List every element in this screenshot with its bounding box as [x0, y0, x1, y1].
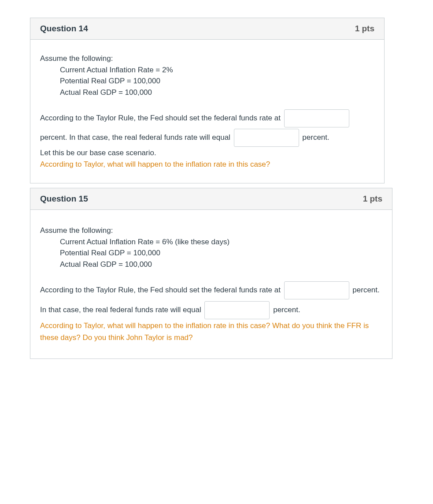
question-body: Assume the following: Current Actual Inf… [30, 40, 384, 183]
fill-in-prompt: According to the Taylor Rule, the Fed sh… [40, 108, 374, 147]
answer-input-2[interactable] [234, 129, 299, 147]
question-title: Question 14 [40, 24, 88, 34]
assumption-line: Actual Real GDP = 100,000 [40, 87, 374, 98]
assumption-line: Actual Real GDP = 100,000 [40, 259, 382, 270]
fill-text: percent. In that case, the real federal … [40, 133, 233, 142]
base-case-text: Let this be our base case scenario. [40, 147, 374, 159]
question-header: Question 14 1 pts [30, 18, 384, 40]
fill-text: percent. [271, 306, 300, 314]
answer-input-1[interactable] [284, 281, 349, 299]
fill-text: According to the Taylor Rule, the Fed sh… [40, 114, 283, 122]
fill-in-prompt: According to the Taylor Rule, the Fed sh… [40, 280, 382, 319]
followup-question: According to Taylor, what will happen to… [40, 159, 374, 170]
fill-text: According to the Taylor Rule, the Fed sh… [40, 286, 283, 294]
question-card-14: Question 14 1 pts Assume the following: … [30, 18, 385, 183]
intro-text: Assume the following: [40, 53, 374, 64]
question-header: Question 15 1 pts [30, 188, 392, 210]
assumption-line: Potential Real GDP = 100,000 [40, 75, 374, 87]
assumption-line: Current Actual Inflation Rate = 6% (like… [40, 236, 382, 248]
question-points: 1 pts [363, 194, 382, 204]
question-points: 1 pts [355, 24, 374, 34]
question-title: Question 15 [40, 194, 88, 204]
assumption-line: Potential Real GDP = 100,000 [40, 247, 382, 259]
answer-input-1[interactable] [284, 109, 349, 127]
assumption-line: Current Actual Inflation Rate = 2% [40, 64, 374, 76]
followup-question: According to Taylor, what will happen to… [40, 320, 382, 343]
intro-text: Assume the following: [40, 225, 382, 236]
question-card-15: Question 15 1 pts Assume the following: … [30, 188, 392, 359]
fill-text: percent. [300, 133, 329, 142]
answer-input-2[interactable] [204, 301, 270, 319]
question-body: Assume the following: Current Actual Inf… [30, 210, 392, 358]
